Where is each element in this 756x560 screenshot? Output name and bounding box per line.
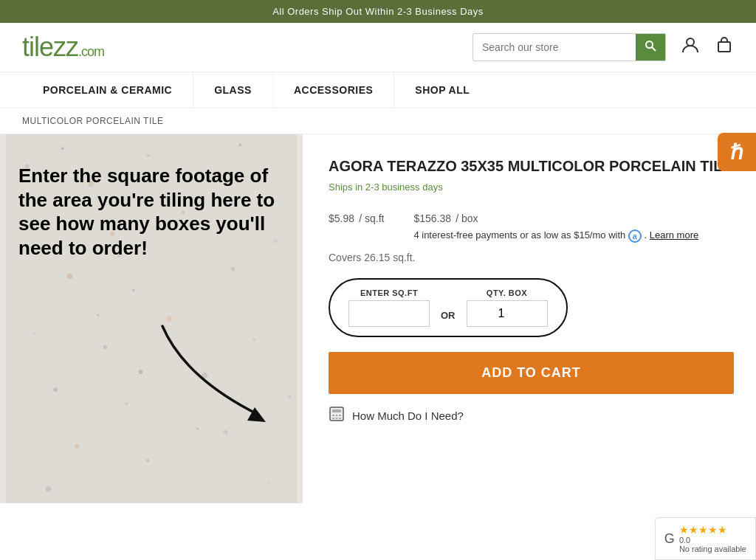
- top-banner: All Orders Ship Out Within 2-3 Business …: [0, 0, 756, 23]
- calculator-icon: [329, 406, 345, 426]
- product-image-area: Enter the square footage of the area you…: [0, 134, 303, 503]
- sqft-group: ENTER SQ.FT: [348, 288, 430, 327]
- svg-point-18: [231, 267, 236, 272]
- svg-point-7: [61, 147, 64, 150]
- svg-point-31: [267, 480, 270, 483]
- svg-rect-45: [339, 418, 341, 419]
- svg-line-1: [652, 47, 656, 51]
- svg-point-24: [125, 402, 128, 405]
- calc-section: ENTER SQ.FT OR QTY. BOX: [329, 278, 568, 337]
- learn-more-link[interactable]: Learn more: [650, 229, 698, 241]
- svg-rect-3: [718, 42, 730, 52]
- overlay-annotation-text: Enter the square footage of the area you…: [7, 156, 295, 267]
- svg-rect-39: [332, 409, 341, 412]
- add-to-cart-button[interactable]: ADD TO CART: [329, 352, 734, 394]
- qty-group: QTY. BOX: [467, 288, 548, 327]
- qty-input[interactable]: [467, 300, 548, 327]
- calc-or-label: OR: [441, 310, 456, 321]
- price-box-block: $156.38 / box 4 interest-free payments o…: [413, 207, 698, 243]
- annotation-arrow: [140, 319, 288, 437]
- account-icon[interactable]: [681, 35, 700, 59]
- how-much-section[interactable]: How Much Do I Need?: [329, 406, 734, 426]
- main-content: Enter the square footage of the area you…: [0, 134, 756, 503]
- ships-info: Ships in 2-3 business days: [329, 182, 734, 193]
- honey-widget[interactable]: ℏ: [718, 133, 756, 171]
- price-sqft: $5.98 / sq.ft: [329, 207, 384, 226]
- affirm-logo: a: [628, 229, 642, 243]
- svg-point-20: [103, 345, 108, 350]
- search-input[interactable]: [473, 35, 636, 59]
- nav-item-accessories[interactable]: ACCESSORIES: [273, 72, 394, 108]
- sqft-input[interactable]: [348, 300, 430, 327]
- nav-item-shop-all[interactable]: SHOP ALL: [394, 72, 490, 108]
- svg-point-0: [646, 41, 653, 48]
- nav-item-porcelain[interactable]: PORCELAIN & CERAMIC: [22, 72, 193, 108]
- svg-point-28: [146, 459, 149, 462]
- product-title: AGORA TERAZZO 35X35 MULTICOLOR PORCELAIN…: [329, 156, 734, 176]
- price-sqft-block: $5.98 / sq.ft: [329, 207, 384, 227]
- svg-rect-42: [339, 415, 341, 416]
- cart-icon[interactable]: [715, 35, 734, 59]
- svg-point-16: [67, 273, 73, 279]
- svg-point-19: [32, 331, 35, 334]
- svg-point-30: [46, 486, 52, 492]
- nav-item-glass[interactable]: GLASS: [193, 72, 273, 108]
- product-detail: AGORA TERAZZO 35X35 MULTICOLOR PORCELAIN…: [303, 134, 756, 503]
- svg-rect-44: [336, 418, 338, 419]
- svg-point-26: [289, 395, 292, 398]
- svg-point-36: [97, 314, 100, 317]
- price-box: $156.38 / box: [413, 207, 698, 227]
- banner-text: All Orders Ship Out Within 2-3 Business …: [272, 6, 484, 17]
- header-right: [472, 33, 734, 61]
- svg-point-27: [75, 444, 79, 449]
- svg-point-23: [53, 387, 58, 392]
- affirm-line: 4 interest-free payments or as low as $1…: [413, 229, 698, 243]
- logo[interactable]: tilezz.com: [22, 32, 104, 63]
- svg-point-32: [238, 144, 241, 147]
- search-wrapper: [472, 33, 666, 61]
- nav: PORCELAIN & CERAMIC GLASS ACCESSORIES SH…: [0, 72, 756, 108]
- breadcrumb: MULTICOLOR PORCELAIN TILE: [0, 108, 756, 134]
- search-button[interactable]: [636, 34, 665, 61]
- coverage-text: Covers 26.15 sq.ft.: [329, 252, 734, 263]
- sqft-label: ENTER SQ.FT: [360, 288, 418, 297]
- svg-rect-41: [336, 415, 338, 416]
- svg-point-2: [687, 38, 694, 46]
- header: tilezz.com: [0, 23, 756, 72]
- how-much-label: How Much Do I Need?: [352, 409, 464, 422]
- svg-rect-40: [332, 415, 334, 416]
- price-row: $5.98 / sq.ft $156.38 / box 4 interest-f…: [329, 207, 734, 243]
- honey-symbol: ℏ: [730, 140, 743, 165]
- qty-label: QTY. BOX: [487, 288, 527, 297]
- svg-point-17: [132, 289, 135, 292]
- svg-rect-43: [332, 418, 334, 419]
